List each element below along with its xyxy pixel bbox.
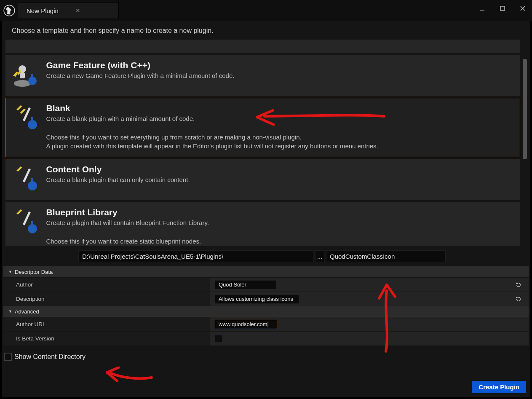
- svg-rect-17: [23, 169, 31, 182]
- chevron-down-icon: ▼: [8, 309, 12, 313]
- svg-rect-6: [20, 72, 25, 78]
- svg-marker-14: [20, 109, 26, 114]
- author-input[interactable]: [215, 280, 276, 289]
- template-desc: Create a plugin that will contain Bluepr…: [46, 218, 514, 246]
- template-title: Game Feature (with C++): [46, 60, 514, 70]
- reset-button[interactable]: [508, 278, 529, 292]
- svg-marker-22: [16, 209, 22, 214]
- reset-button[interactable]: [508, 292, 529, 306]
- titlebar: New Plugin ✕: [0, 0, 532, 21]
- prop-label: Description: [3, 292, 210, 306]
- close-button[interactable]: [518, 3, 528, 13]
- description-input[interactable]: [215, 295, 299, 304]
- svg-marker-18: [16, 166, 22, 171]
- section-label: Advanced: [15, 308, 39, 315]
- author-url-input[interactable]: [215, 320, 278, 329]
- prop-label: Author: [3, 278, 210, 292]
- plugin-path-row: ...: [78, 250, 530, 262]
- template-desc: Create a blank plugin that can only cont…: [46, 175, 514, 185]
- prop-label: Is Beta Version: [3, 332, 210, 345]
- reset-spacer: [508, 317, 529, 331]
- show-content-label: Show Content Directory: [14, 353, 86, 361]
- scrollbar-thumb[interactable]: [523, 59, 527, 159]
- prop-label: Author URL: [3, 317, 210, 331]
- create-plugin-button[interactable]: Create Plugin: [472, 381, 526, 393]
- footer-row: Show Content Directory: [2, 345, 530, 361]
- template-title: Content Only: [46, 164, 514, 174]
- section-advanced[interactable]: ▼ Advanced: [3, 306, 529, 317]
- svg-rect-20: [31, 178, 33, 185]
- prop-author-url: Author URL: [3, 317, 529, 331]
- plugin-path-input[interactable]: [78, 250, 313, 262]
- svg-rect-2: [500, 6, 505, 11]
- plugin-name-input[interactable]: [326, 250, 446, 262]
- template-title: Blank: [46, 103, 514, 113]
- template-icon: [12, 164, 40, 194]
- minimize-button[interactable]: [477, 3, 487, 13]
- svg-rect-24: [31, 221, 33, 228]
- tab-new-plugin[interactable]: New Plugin ✕: [18, 2, 119, 19]
- unreal-logo-icon: [3, 5, 15, 16]
- maximize-button[interactable]: [497, 3, 508, 13]
- svg-marker-13: [16, 105, 22, 110]
- section-descriptor-data[interactable]: ▼ Descriptor Data: [3, 266, 529, 277]
- show-content-directory[interactable]: Show Content Directory: [4, 353, 86, 361]
- template-item-content-only[interactable]: Content Only Create a blank plugin that …: [5, 159, 520, 200]
- template-item-blueprint-library[interactable]: Blueprint Library Create a plugin that w…: [5, 202, 520, 246]
- template-desc: Create a blank plugin with a minimal amo…: [46, 114, 514, 151]
- svg-rect-21: [23, 212, 31, 225]
- template-list[interactable]: Game Feature (with C++) Create a new Gam…: [5, 40, 527, 246]
- template-title: Blueprint Library: [46, 207, 514, 217]
- template-item-partial[interactable]: [5, 40, 520, 53]
- tab-title: New Plugin: [27, 7, 59, 14]
- template-desc: Create a new Game Feature Plugin with a …: [46, 71, 514, 80]
- tab-close-icon[interactable]: ✕: [75, 7, 80, 14]
- is-beta-checkbox[interactable]: [215, 335, 222, 343]
- template-icon: [12, 103, 40, 133]
- template-item-game-feature-cpp[interactable]: Game Feature (with C++) Create a new Gam…: [5, 55, 520, 96]
- prop-is-beta: Is Beta Version: [3, 332, 529, 345]
- template-icon: [12, 60, 40, 90]
- prop-author: Author: [3, 278, 529, 292]
- svg-point-7: [14, 80, 31, 87]
- svg-rect-16: [31, 117, 33, 124]
- show-content-checkbox[interactable]: [4, 353, 12, 361]
- prop-description: Description: [3, 292, 529, 306]
- template-icon: [12, 207, 40, 237]
- svg-rect-9: [31, 74, 33, 80]
- chevron-down-icon: ▼: [8, 270, 12, 274]
- browse-button[interactable]: ...: [315, 250, 324, 262]
- plugin-wizard: Choose a template and then specify a nam…: [2, 21, 530, 397]
- section-label: Descriptor Data: [15, 269, 53, 275]
- wizard-subtitle: Choose a template and then specify a nam…: [2, 27, 530, 40]
- window-controls: [477, 3, 528, 13]
- reset-spacer: [508, 332, 529, 345]
- template-item-blank[interactable]: Blank Create a blank plugin with a minim…: [5, 98, 520, 157]
